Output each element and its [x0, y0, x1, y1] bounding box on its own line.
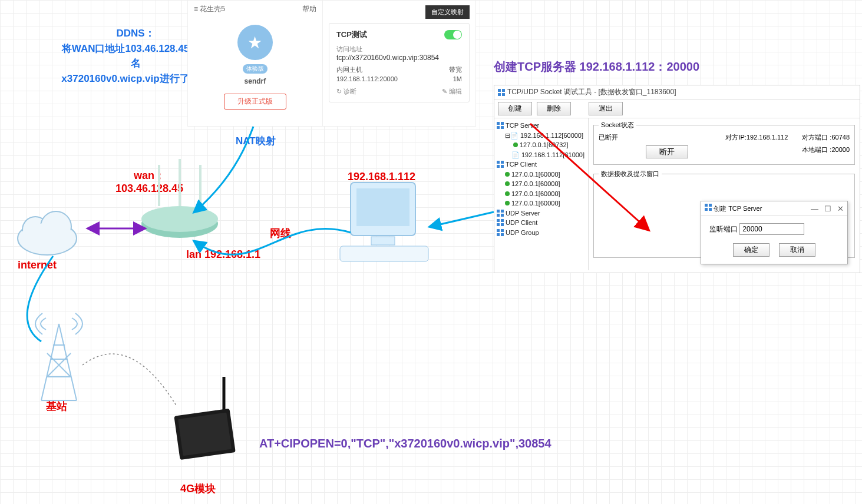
- tower-icon: [35, 313, 82, 400]
- link-tower-module: [82, 354, 177, 406]
- svg-rect-38: [356, 188, 409, 226]
- pc-icon: [340, 183, 428, 261]
- diagram-svg: [0, 0, 862, 504]
- arrow-nat: [194, 127, 253, 212]
- router-icon: [141, 159, 218, 238]
- module-icon: [174, 377, 236, 460]
- svg-rect-43: [178, 412, 232, 456]
- svg-rect-40: [340, 246, 428, 261]
- svg-point-36: [141, 206, 218, 232]
- svg-rect-39: [371, 237, 395, 245]
- cloud-icon: [18, 211, 77, 255]
- link-internet-tower: [27, 256, 53, 341]
- svg-point-31: [19, 223, 75, 254]
- arrow-sock-to-pc: [430, 212, 494, 227]
- arrow-ethernet: [194, 228, 351, 254]
- arrow-red-annotation: [530, 124, 648, 230]
